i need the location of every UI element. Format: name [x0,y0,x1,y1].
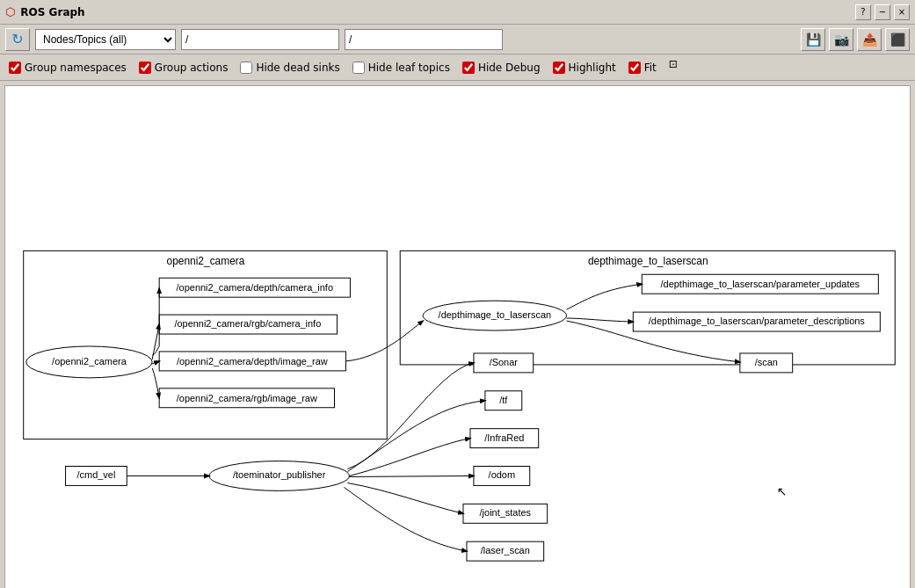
group-depthimage-label: depthimage_to_laserscan [588,255,708,267]
edge-toeminator-tf [347,401,484,472]
group-actions-checkbox[interactable] [139,62,151,74]
hide-debug-label: Hide Debug [478,62,541,74]
topic-sonar-label: /Sonar [490,357,519,367]
close-button[interactable]: × [894,4,910,20]
topic-cmd-vel-label: /cmd_vel [76,469,115,480]
fit-label: Fit [644,62,657,74]
edge-laserscan-param-desc [567,318,634,322]
cursor-indicator: ↖ [777,484,788,498]
close-view-button[interactable]: ⬛ [885,28,910,51]
title-bar: ⬡ ROS Graph ? − × [0,0,915,25]
topic-depth-camera-info-label: /openni2_camera/depth/camera_info [177,282,333,293]
graph-area: openni2_camera depthimage_to_laserscan /… [4,85,911,588]
toolbar: ↻ Nodes/Topics (all) Nodes only Topics o… [0,25,915,54]
topic-param-updates-label: /depthimage_to_laserscan/parameter_updat… [661,279,861,289]
group-namespaces-label: Group namespaces [25,62,127,74]
ros-graph-svg: openni2_camera depthimage_to_laserscan /… [5,86,910,588]
node-toeminator-label: /toeminator_publisher [233,469,326,480]
edge-cam-rgb-info [152,324,159,359]
topic-scan-label: /scan [755,357,778,367]
hide-dead-sinks-label: Hide dead sinks [256,62,339,74]
window-title: ROS Graph [20,6,84,18]
node-openni2-camera-label: /openni2_camera [52,356,127,367]
edge-cam-depth-raw [152,361,159,364]
group-openni2-camera-label: openni2_camera [167,255,245,267]
screenshot-button[interactable]: 📷 [829,28,853,51]
hide-leaf-topics-label: Hide leaf topics [368,62,450,74]
highlight-checkbox[interactable] [553,62,565,74]
filter1-input[interactable] [181,29,339,50]
topic-depth-image-raw-label: /openni2_camera/depth/image_raw [177,356,328,367]
topic-param-descriptions-label: /depthimage_to_laserscan/parameter_descr… [649,316,866,326]
topic-rgb-camera-info-label: /openni2_camera/rgb/camera_info [174,318,321,329]
highlight-option[interactable]: Highlight [553,62,616,74]
filter2-input[interactable] [345,29,503,50]
edge-cam-depth-info [152,288,159,355]
fit-option[interactable]: Fit [628,62,657,74]
edge-toeminator-sonar [347,363,474,469]
hide-leaf-topics-option[interactable]: Hide leaf topics [352,62,450,74]
hide-debug-option[interactable]: Hide Debug [462,62,541,74]
topic-joint-states-label: /joint_states [480,507,532,518]
topic-rgb-image-raw-label: /openni2_camera/rgb/image_raw [177,393,317,403]
topic-tf-label: /tf [499,395,508,405]
group-namespaces-checkbox[interactable] [9,62,21,74]
group-actions-label: Group actions [155,62,229,74]
view-mode-select[interactable]: Nodes/Topics (all) Nodes only Topics onl… [35,29,176,50]
hide-leaf-topics-checkbox[interactable] [352,62,365,74]
save-button[interactable]: 💾 [801,28,825,51]
help-button[interactable]: ? [855,4,871,20]
topic-laser-scan-label: /laser_scan [481,545,530,555]
edge-laserscan-param-updates [567,284,643,309]
topic-infrared-label: /InfraRed [484,432,524,443]
group-actions-option[interactable]: Group actions [139,62,229,74]
hide-debug-checkbox[interactable] [462,62,475,74]
hide-dead-sinks-option[interactable]: Hide dead sinks [240,62,339,74]
minimize-button[interactable]: − [875,4,890,20]
highlight-label: Highlight [569,62,616,74]
edge-toeminator-infrared [349,439,470,476]
options-bar: Group namespaces Group actions Hide dead… [0,54,915,81]
app-icon: ⬡ [5,5,15,18]
window-controls: ? − × [855,4,910,20]
edge-toeminator-odom [349,475,474,476]
node-depthimage-laserscan-label: /depthimage_to_laserscan [439,309,551,320]
edge-depth-to-laserscan [345,321,423,361]
group-namespaces-option[interactable]: Group namespaces [9,62,127,74]
refresh-button[interactable]: ↻ [5,28,30,51]
edge-cam-rgb-raw [152,368,159,398]
hide-dead-sinks-checkbox[interactable] [240,62,252,74]
fit-button[interactable]: ⊡ [669,58,690,77]
topic-odom-label: /odom [489,469,515,480]
export-button[interactable]: 📤 [857,28,882,51]
edge-toeminator-joint [347,483,463,513]
fit-checkbox[interactable] [628,62,641,74]
